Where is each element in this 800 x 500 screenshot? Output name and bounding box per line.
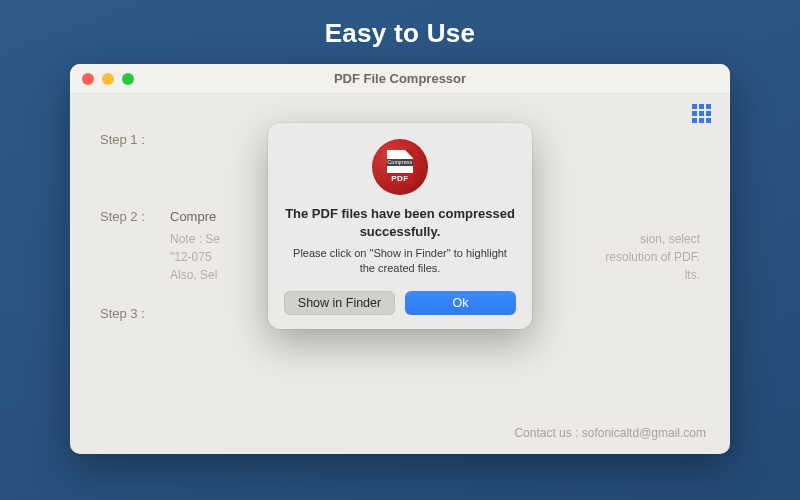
step-3-label: Step 3 : <box>100 306 170 321</box>
svg-rect-4 <box>699 111 704 116</box>
svg-rect-7 <box>699 118 704 123</box>
note-left-1: Note : Se <box>170 230 220 248</box>
show-in-finder-button[interactable]: Show in Finder <box>284 291 395 315</box>
icon-compress-label: Compress <box>387 159 413 166</box>
svg-rect-0 <box>692 104 697 109</box>
svg-rect-3 <box>692 111 697 116</box>
note-left-2: "12-075 <box>170 248 212 266</box>
note-right-2: resolution of PDF. <box>605 248 700 266</box>
step-2-label: Step 2 : <box>100 209 170 284</box>
titlebar: PDF File Compressor <box>70 64 730 94</box>
note-right-1: sion, select <box>640 230 700 248</box>
dialog-heading: The PDF files have been compressed succe… <box>284 205 516 240</box>
note-right-3: lts. <box>685 266 700 284</box>
ok-button[interactable]: Ok <box>405 291 516 315</box>
svg-rect-5 <box>706 111 711 116</box>
app-icon: Compress PDF <box>372 139 428 195</box>
icon-pdf-label: PDF <box>387 173 413 184</box>
hero-title: Easy to Use <box>0 0 800 49</box>
dialog-subtext: Please click on "Show in Finder" to high… <box>284 246 516 277</box>
svg-rect-1 <box>699 104 704 109</box>
success-dialog: Compress PDF The PDF files have been com… <box>268 123 532 329</box>
svg-rect-8 <box>706 118 711 123</box>
step-1-label: Step 1 : <box>100 132 170 147</box>
grid-view-icon[interactable] <box>692 104 712 128</box>
svg-rect-6 <box>692 118 697 123</box>
note-left-3: Also, Sel <box>170 266 217 284</box>
window-title: PDF File Compressor <box>70 71 730 86</box>
dialog-buttons: Show in Finder Ok <box>284 291 516 315</box>
svg-rect-2 <box>706 104 711 109</box>
contact-text: Contact us : sofonicaltd@gmail.com <box>514 426 706 440</box>
